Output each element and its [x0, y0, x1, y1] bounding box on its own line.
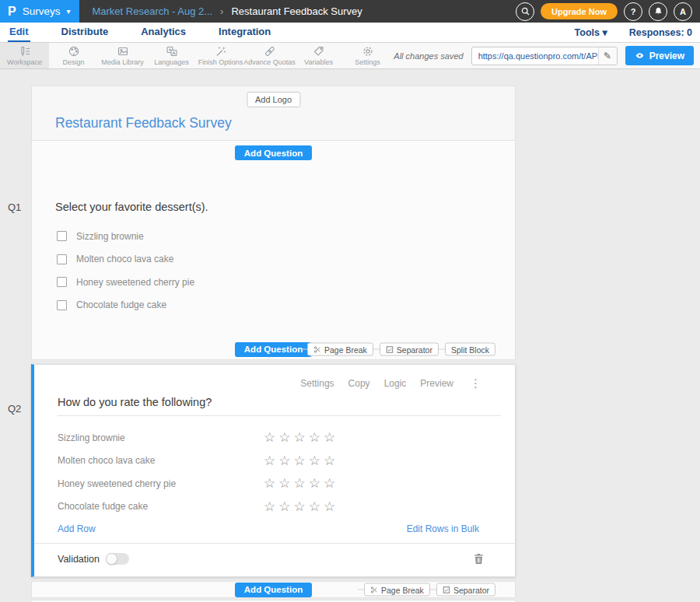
toolbar-item-media-library[interactable]: Media Library	[98, 43, 147, 68]
q2-row-links: Add Row Edit Rows in Bulk	[34, 523, 515, 534]
validation-toggle[interactable]	[106, 553, 129, 565]
questionpro-logo: P	[8, 5, 16, 19]
tab-distribute[interactable]: Distribute	[60, 23, 110, 42]
star-icon[interactable]: ☆	[309, 431, 320, 444]
search-icon	[520, 6, 530, 16]
q2-copy-link[interactable]: Copy	[348, 378, 370, 389]
option-label: Molten choco lava cake	[76, 254, 173, 264]
q2-rating-rows: Sizzling brownie ☆☆☆☆☆ Molten choco lava…	[34, 426, 515, 518]
option-label: Sizzling brownie	[76, 231, 144, 242]
tab-integration[interactable]: Integration	[217, 23, 272, 42]
workspace-icon	[19, 45, 31, 58]
star-icon[interactable]: ☆	[294, 431, 306, 444]
survey-title[interactable]: Restaurant Feedback Survey	[55, 115, 232, 131]
account-avatar[interactable]: A	[674, 2, 692, 21]
breadcrumb-survey-title: Restaurant Feedback Survey	[231, 5, 362, 17]
insert-actions: Page Break Separator Split Block	[301, 343, 495, 356]
separator-icon	[443, 586, 450, 593]
connector-line	[439, 349, 445, 350]
add-row-link[interactable]: Add Row	[58, 523, 96, 534]
option-label: Chocolate fudge cake	[76, 299, 166, 310]
star-icon[interactable]: ☆	[324, 500, 335, 513]
chain-links-icon	[264, 45, 276, 58]
star-icon[interactable]: ☆	[278, 500, 290, 513]
star-icon[interactable]: ☆	[309, 477, 320, 490]
add-question-button-top[interactable]: Add Question	[235, 145, 312, 160]
tag-icon	[313, 45, 325, 58]
star-icon[interactable]: ☆	[278, 431, 290, 444]
palette-icon	[68, 45, 80, 58]
star-icon[interactable]: ☆	[264, 454, 275, 467]
surveys-menu[interactable]: P Surveys ▾	[0, 0, 79, 23]
tab-edit[interactable]: Edit	[8, 23, 30, 42]
star-icon[interactable]: ☆	[294, 500, 306, 513]
row-label: Chocolate fudge cake	[34, 501, 264, 512]
breadcrumb: Market Research - Aug 2... › Restaurant …	[92, 5, 362, 17]
separator-button[interactable]: Separator	[380, 343, 439, 356]
kebab-menu-icon[interactable]: ⋮	[467, 376, 484, 390]
checkbox[interactable]	[57, 277, 67, 287]
q2-question-text[interactable]: How do you rate the following?	[58, 396, 501, 416]
search-button[interactable]	[516, 2, 534, 21]
star-icon[interactable]: ☆	[324, 477, 335, 490]
question-block-q2-selected[interactable]: Settings Copy Logic Preview ⋮ How do you…	[31, 364, 516, 577]
delete-question-button[interactable]	[474, 553, 484, 565]
connector-line	[358, 590, 364, 590]
separator-button[interactable]: Separator	[436, 583, 495, 597]
star-icon[interactable]: ☆	[324, 431, 335, 444]
toolbar-item-workspace[interactable]: Workspace	[0, 43, 49, 68]
survey-url-input[interactable]: https://qa.questionpro.com/t/APNrFZgS	[472, 47, 598, 65]
star-icon[interactable]: ☆	[309, 454, 320, 467]
q2-preview-link[interactable]: Preview	[420, 378, 453, 389]
survey-canvas: Q1 Q2 Add Logo Restaurant Feedback Surve…	[0, 69, 700, 602]
toolbar-item-languages[interactable]: Languages	[147, 43, 196, 68]
star-icon[interactable]: ☆	[324, 454, 335, 467]
checkbox[interactable]	[57, 254, 67, 264]
edit-url-button[interactable]: ✎	[598, 47, 617, 65]
toolbar-item-finish-options[interactable]: Finish Options	[196, 43, 245, 68]
help-button[interactable]: ?	[624, 2, 642, 21]
star-icon[interactable]: ☆	[278, 454, 290, 467]
connector-line	[430, 590, 436, 590]
breadcrumb-folder[interactable]: Market Research - Aug 2...	[92, 5, 212, 17]
q1-question-text[interactable]: Select your favorite dessert(s).	[55, 201, 515, 213]
upgrade-now-button[interactable]: Upgrade Now	[541, 3, 618, 19]
add-question-button-bottom[interactable]: Add Question	[235, 583, 312, 597]
star-rating: ☆☆☆☆☆	[264, 500, 338, 513]
rating-row: Molten choco lava cake ☆☆☆☆☆	[34, 450, 515, 473]
star-icon[interactable]: ☆	[264, 477, 275, 490]
preview-button[interactable]: Preview	[625, 46, 694, 65]
toolbar-item-design[interactable]: Design	[49, 43, 98, 68]
survey-header-block: Add Logo Restaurant Feedback Survey	[31, 86, 516, 140]
tab-analytics[interactable]: Analytics	[139, 23, 187, 42]
save-status: All changes saved	[394, 51, 463, 61]
survey-url-box: https://qa.questionpro.com/t/APNrFZgS ✎	[471, 47, 618, 65]
tools-menu[interactable]: Tools ▾	[575, 26, 607, 38]
star-icon[interactable]: ☆	[309, 500, 320, 513]
star-icon[interactable]: ☆	[264, 431, 275, 444]
toolbar-item-variables[interactable]: Variables	[294, 43, 343, 68]
star-icon[interactable]: ☆	[278, 477, 290, 490]
star-icon[interactable]: ☆	[264, 500, 275, 513]
page-break-button[interactable]: Page Break	[307, 343, 373, 356]
chevron-down-icon: ▾	[66, 7, 70, 16]
page-break-button[interactable]: Page Break	[364, 583, 430, 597]
question-block-q1: Add Question Select your favorite desser…	[31, 140, 516, 360]
checkbox[interactable]	[57, 300, 67, 310]
question-mark-icon: ?	[631, 7, 636, 16]
q2-settings-link[interactable]: Settings	[300, 378, 334, 389]
toolbar-item-settings[interactable]: Settings	[343, 43, 392, 68]
toolbar-item-advance-quotas[interactable]: Advance Quotas	[245, 43, 294, 68]
edit-rows-in-bulk-link[interactable]: Edit Rows in Bulk	[407, 523, 479, 534]
star-icon[interactable]: ☆	[294, 477, 306, 490]
q2-footer: Validation	[34, 544, 515, 574]
notifications-button[interactable]	[649, 2, 667, 21]
add-logo-button[interactable]: Add Logo	[247, 92, 300, 107]
bottom-question-actions: Add Question Page Break Separator	[31, 581, 516, 598]
checkbox[interactable]	[57, 231, 67, 241]
split-block-button[interactable]: Split Block	[445, 343, 495, 356]
q2-action-menu: Settings Copy Logic Preview ⋮	[34, 376, 484, 390]
star-icon[interactable]: ☆	[294, 454, 306, 467]
q2-logic-link[interactable]: Logic	[384, 378, 407, 389]
rating-row: Sizzling brownie ☆☆☆☆☆	[34, 426, 515, 450]
